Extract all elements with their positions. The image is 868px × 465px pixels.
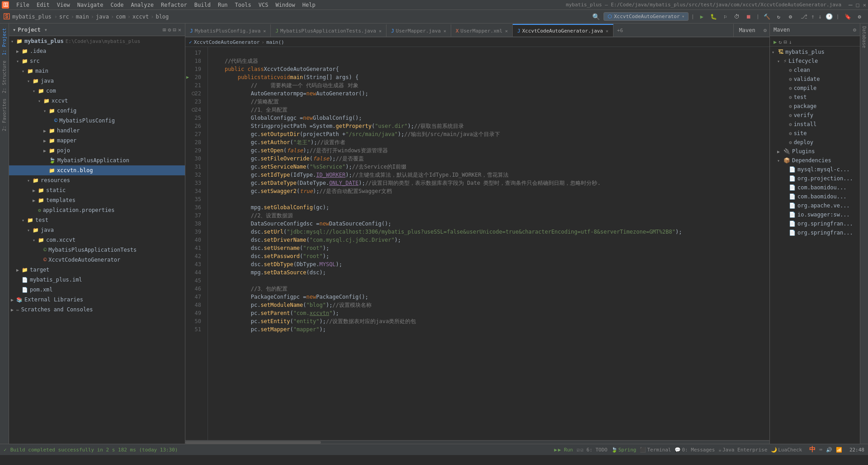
- messages-btn[interactable]: 💬 0: Messages: [675, 447, 715, 453]
- code-editor[interactable]: 17 18 19 ▶ 20 21 22 23 24: [185, 47, 769, 440]
- maximize-btn[interactable]: □: [856, 2, 859, 8]
- project-tab[interactable]: 1: Project: [1, 25, 8, 58]
- structure-tab[interactable]: 2: Structure: [1, 58, 8, 96]
- code-content[interactable]: //代码生成器 public class XccvtCodeAutoGenera…: [208, 47, 769, 440]
- panel-gear-icon[interactable]: ⚙: [168, 27, 171, 33]
- menu-view[interactable]: View: [53, 1, 74, 9]
- tab-usermapper-java[interactable]: J UserMapper.java ✕: [387, 24, 451, 37]
- tree-idea[interactable]: ▶ 📁 .idea: [9, 46, 185, 56]
- menu-vcs[interactable]: VCS: [255, 1, 272, 9]
- tree-xccvtn-blog[interactable]: ▶ 📁 xccvtn.blog: [9, 165, 185, 175]
- favorites-tab[interactable]: 2: Favorites: [1, 96, 8, 134]
- tab-xccvtcodeautogenerator[interactable]: J XccvtCodeAutoGenerator.java ✕: [513, 24, 613, 37]
- menu-tools[interactable]: Tools: [231, 1, 255, 9]
- menu-help[interactable]: Help: [299, 1, 319, 9]
- tree-root[interactable]: ▾ 📁 mybatis_plus E:\Code\java\mybatis_pl…: [9, 36, 185, 46]
- build-button[interactable]: 🔨: [762, 12, 772, 22]
- maven-deploy[interactable]: ▶ ⚙ deploy: [770, 138, 860, 147]
- maven-root[interactable]: ▾ 🏗 mybatis_plus: [770, 47, 860, 56]
- menu-refactor[interactable]: Refactor: [157, 1, 191, 9]
- maven-refresh-button[interactable]: ⚙: [785, 12, 795, 22]
- tree-iml[interactable]: ▶ 📄 mybatis_plus.iml: [9, 275, 185, 285]
- maven-dep-apache[interactable]: ▶ 📄 org.apache.ve...: [770, 201, 860, 210]
- minimize-btn[interactable]: ─: [849, 1, 852, 9]
- bookmark-icon[interactable]: 🔖: [843, 12, 853, 22]
- tab-usermapper-xml[interactable]: X UserMapper.xml ✕: [451, 24, 513, 37]
- tree-test-java[interactable]: ▾ 📁 java: [9, 225, 185, 235]
- maven-dep-mysql[interactable]: ▶ 📄 mysql:mysql-c...: [770, 165, 860, 174]
- run-status-btn[interactable]: ▶ ▶ Run: [554, 447, 573, 453]
- tree-com[interactable]: ▾ 📁 com: [9, 86, 185, 96]
- java-enterprise-btn[interactable]: ☕ Java Enterprise: [718, 447, 767, 453]
- menu-analyze[interactable]: Analyze: [127, 1, 157, 9]
- tree-java[interactable]: ▾ 📁 java: [9, 76, 185, 86]
- search-everywhere-icon[interactable]: 🔍: [592, 13, 600, 20]
- refresh-button[interactable]: ↻: [774, 12, 783, 22]
- tree-config[interactable]: ▾ 📁 config: [9, 106, 185, 116]
- maven-lifecycle[interactable]: ▾ ⚡ Lifecycle: [770, 56, 860, 66]
- maven-compile[interactable]: ▶ ⚙ compile: [770, 84, 860, 93]
- settings-icon[interactable]: ⚙: [854, 12, 864, 22]
- tree-pojo[interactable]: ▶ 📁 pojo: [9, 146, 185, 155]
- maven-dep-spring2[interactable]: ▶ 📄 org.springfran...: [770, 228, 860, 237]
- run-config-dropdown[interactable]: ⬡ XccvtCodeAutoGenerator ▾: [604, 12, 689, 21]
- tree-src[interactable]: ▾ 📁 src: [9, 56, 185, 66]
- panel-dropdown-icon[interactable]: ▾: [44, 27, 47, 33]
- tab-mybatisplusconfig[interactable]: J MybatisPlusConfig.java ✕: [185, 24, 271, 37]
- tree-test[interactable]: ▾ 📁 test: [9, 215, 185, 225]
- tree-main[interactable]: ▾ 📁 main: [9, 66, 185, 76]
- git-icon[interactable]: ⎇: [801, 13, 807, 20]
- tab-close[interactable]: ✕: [606, 28, 609, 33]
- tree-static[interactable]: ▶ 📁 static: [9, 185, 185, 195]
- lua-btn[interactable]: 🌙 LuaCheck: [771, 447, 802, 453]
- run-button[interactable]: ▶: [697, 12, 707, 22]
- panel-collapse-icon[interactable]: ✕: [178, 27, 181, 33]
- menu-file[interactable]: File: [13, 1, 33, 9]
- tree-xccvtcodeautogenerator[interactable]: ▶ © XccvtCodeAutoGenerator: [9, 255, 185, 265]
- horizontal-scrollbar[interactable]: [185, 440, 769, 444]
- menu-build[interactable]: Build: [191, 1, 214, 9]
- push-icon[interactable]: ↑: [811, 13, 815, 20]
- maven-dep-swagger[interactable]: ▶ 📄 io.swagger:sw...: [770, 210, 860, 219]
- coverage-button[interactable]: ⚐: [720, 12, 730, 22]
- tab-close[interactable]: ✕: [443, 28, 446, 33]
- tree-target[interactable]: ▶ 📁 target: [9, 265, 185, 275]
- tree-mybatisplusconfig[interactable]: ▶ © MybatisPlusConfig: [9, 116, 185, 126]
- maven-dep-spring1[interactable]: ▶ 📄 org.springfran...: [770, 219, 860, 228]
- menu-window[interactable]: Window: [272, 1, 298, 9]
- maven-tab[interactable]: Maven: [733, 24, 761, 37]
- keyboard-icon[interactable]: ⌨: [819, 447, 822, 453]
- maven-settings-icon[interactable]: ⚙: [761, 27, 769, 33]
- tab-close[interactable]: ✕: [263, 28, 266, 33]
- panel-layout-icon[interactable]: ⊟: [173, 27, 176, 33]
- tree-external-libs[interactable]: ▶ 📚 External Libraries: [9, 295, 185, 305]
- tab-close[interactable]: ✕: [379, 28, 382, 33]
- tree-mybatisplustests[interactable]: ▶ © MybatisPlusApplicationTests: [9, 245, 185, 255]
- history-icon[interactable]: 🕐: [826, 13, 833, 20]
- tab-overflow[interactable]: +6: [613, 24, 627, 37]
- panel-scope-icon[interactable]: ⊞: [163, 27, 166, 33]
- tree-xccvt[interactable]: ▾ 📁 xccvt: [9, 96, 185, 106]
- menu-run[interactable]: Run: [214, 1, 231, 9]
- maven-test[interactable]: ▶ ⚙ test: [770, 93, 860, 102]
- tree-com-xccvt[interactable]: ▾ 📁 com.xccvt: [9, 235, 185, 245]
- menu-code[interactable]: Code: [107, 1, 127, 9]
- maven-dep-baomidou1[interactable]: ▶ 📄 com.baomidou...: [770, 183, 860, 192]
- profile-button[interactable]: ⏱: [732, 12, 742, 22]
- tree-resources[interactable]: ▾ 📁 resources: [9, 175, 185, 185]
- tree-pom[interactable]: ▶ 📄 pom.xml: [9, 285, 185, 295]
- maven-dep-projection[interactable]: ▶ 📄 org.projection...: [770, 174, 860, 183]
- tree-handler[interactable]: ▶ 📁 handler: [9, 126, 185, 136]
- maven-run-icon[interactable]: ▶: [774, 39, 777, 45]
- breadcrumb-class[interactable]: XccvtCodeAutoGenerator: [194, 39, 260, 45]
- maven-verify[interactable]: ▶ ⚙ verify: [770, 111, 860, 120]
- debug-button[interactable]: 🐛: [708, 12, 718, 22]
- maven-site[interactable]: ▶ ⚙ site: [770, 129, 860, 138]
- menu-edit[interactable]: Edit: [33, 1, 53, 9]
- menu-navigate[interactable]: Navigate: [74, 1, 107, 9]
- tab-close[interactable]: ✕: [505, 28, 508, 33]
- close-btn[interactable]: ✕: [863, 2, 866, 8]
- tree-templates[interactable]: ▶ 📁 templates: [9, 195, 185, 205]
- scrollbar-thumb[interactable]: [185, 441, 321, 444]
- tree-mapper[interactable]: ▶ 📁 mapper: [9, 136, 185, 146]
